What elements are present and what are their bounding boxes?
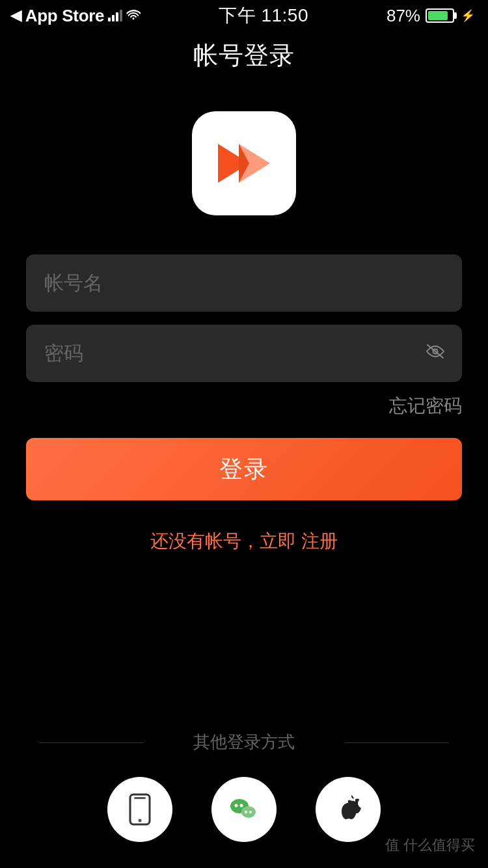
- svg-point-12: [245, 811, 247, 813]
- battery-percent-label: 87%: [386, 6, 420, 26]
- other-login-section: 其他登录方式: [0, 679, 488, 842]
- login-button[interactable]: 登录: [26, 438, 462, 500]
- signal-icon: [108, 10, 122, 21]
- status-left: ◀ App Store: [10, 6, 141, 26]
- wifi-icon: [126, 8, 141, 23]
- password-wrapper: [26, 325, 462, 382]
- wechat-login-button[interactable]: [211, 777, 277, 842]
- battery-icon: ⚡: [426, 8, 475, 23]
- page-title: 帐号登录: [0, 39, 488, 72]
- register-link[interactable]: 注册: [301, 531, 338, 551]
- svg-point-10: [240, 804, 243, 807]
- status-bar: ◀ App Store 下午 11:50 87% ⚡: [0, 0, 488, 29]
- app-logo: [192, 111, 296, 215]
- carrier-label: App Store: [25, 6, 105, 26]
- back-arrow-icon: ◀: [10, 7, 21, 24]
- svg-point-9: [235, 804, 238, 807]
- svg-point-7: [139, 819, 142, 822]
- form-wrapper: 忘记密码 登录 还没有帐号，立即 注册: [0, 254, 488, 554]
- main-content: 帐号登录: [0, 29, 488, 868]
- wechat-icon: [226, 792, 262, 827]
- phone-icon: [122, 792, 157, 827]
- svg-rect-6: [134, 797, 146, 799]
- password-toggle-icon[interactable]: [424, 343, 446, 364]
- forgot-password: 忘记密码: [26, 394, 462, 418]
- register-link-wrapper: 还没有帐号，立即 注册: [26, 529, 462, 554]
- logo-wrapper: [0, 111, 488, 215]
- status-right: 87% ⚡: [386, 6, 475, 26]
- register-prompt-text: 还没有帐号，立即: [150, 531, 296, 551]
- password-input[interactable]: [26, 325, 462, 382]
- phone-login-button[interactable]: [107, 777, 172, 842]
- app-logo-icon: [211, 137, 277, 189]
- username-input[interactable]: [26, 254, 462, 312]
- svg-point-11: [241, 806, 256, 818]
- time-label: 下午 11:50: [219, 3, 308, 28]
- other-login-label: 其他登录方式: [0, 731, 488, 753]
- svg-point-13: [249, 811, 252, 813]
- watermark: 值 什么值得买: [385, 835, 475, 855]
- apple-login-button[interactable]: [316, 777, 381, 842]
- other-login-icons: [0, 777, 488, 842]
- forgot-password-link[interactable]: 忘记密码: [389, 396, 462, 416]
- apple-icon: [331, 792, 366, 827]
